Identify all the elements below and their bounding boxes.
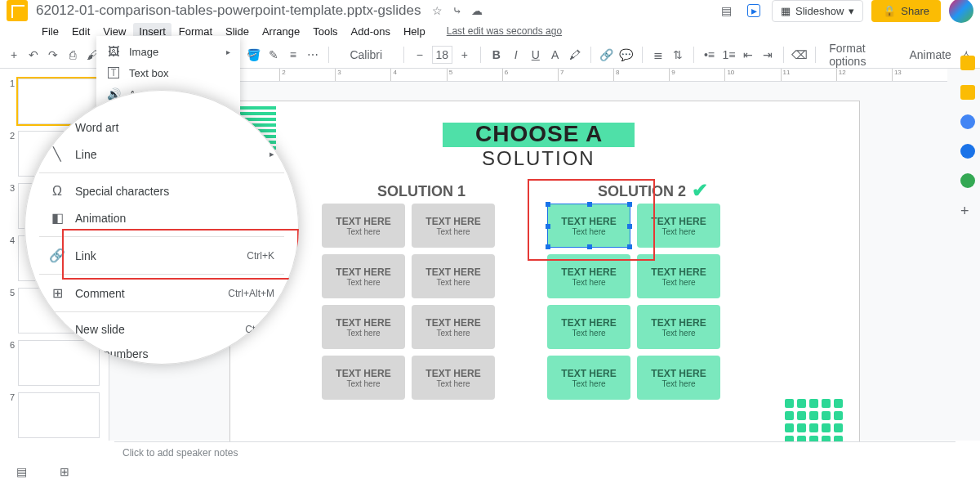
format-options-button[interactable]: Format options bbox=[824, 46, 902, 64]
thumb-num: 6 bbox=[5, 340, 15, 350]
slides-logo[interactable] bbox=[7, 0, 28, 21]
move-icon[interactable]: ⤷ bbox=[451, 4, 464, 17]
tutorial-highlight-link bbox=[62, 229, 299, 280]
menu-help[interactable]: Help bbox=[398, 23, 431, 40]
indent-dec-button[interactable]: ⇤ bbox=[741, 46, 755, 64]
special-chars-icon: Ω bbox=[49, 184, 65, 199]
solution-1-grid: TEXT HEREText here TEXT HEREText here TE… bbox=[322, 204, 495, 400]
card-gray[interactable]: TEXT HEREText here bbox=[412, 356, 495, 400]
contacts-icon[interactable] bbox=[960, 144, 975, 159]
card-gray[interactable]: TEXT HEREText here bbox=[322, 254, 405, 298]
list-bullet-button[interactable]: •≡ bbox=[702, 46, 716, 64]
link-button[interactable]: 🔗 bbox=[599, 46, 614, 64]
menu-tools[interactable]: Tools bbox=[307, 23, 343, 40]
menu-edit[interactable]: Edit bbox=[66, 23, 96, 40]
avatar[interactable] bbox=[949, 0, 973, 23]
maps-icon[interactable] bbox=[960, 173, 975, 188]
card-green[interactable]: TEXT HEREText here bbox=[637, 254, 720, 298]
thumb-num: 4 bbox=[5, 235, 15, 245]
cloud-icon[interactable]: ☁ bbox=[470, 4, 483, 17]
card-green[interactable]: TEXT HEREText here bbox=[547, 254, 630, 298]
grid-view-button[interactable]: ⊞ bbox=[60, 465, 69, 478]
card-gray[interactable]: TEXT HEREText here bbox=[412, 305, 495, 349]
new-slide-button[interactable]: + bbox=[7, 46, 21, 64]
border-weight-button[interactable]: ≡ bbox=[286, 46, 301, 64]
tutorial-magnifier: AWord art ╲Line▸ ΩSpecial characters ◧An… bbox=[24, 90, 299, 365]
font-size-dec[interactable]: − bbox=[412, 46, 427, 64]
card-green[interactable]: TEXT HEREText here bbox=[547, 356, 630, 400]
solution-1-label[interactable]: SOLUTION 1 bbox=[377, 183, 466, 200]
list-number-button[interactable]: 1≡ bbox=[721, 46, 736, 64]
card-gray[interactable]: TEXT HEREText here bbox=[412, 254, 495, 298]
italic-button[interactable]: I bbox=[509, 46, 523, 64]
comments-icon[interactable]: ▤ bbox=[719, 4, 733, 17]
slideshow-button[interactable]: ▦ Slideshow ▾ bbox=[772, 0, 863, 22]
menu-arrange[interactable]: Arrange bbox=[256, 23, 305, 40]
slide-thumb[interactable] bbox=[18, 392, 100, 438]
title-bar: 62012-01-comparison-tables-powerpoint-te… bbox=[0, 0, 980, 21]
menu-item-image[interactable]: 🖼Image▸ bbox=[96, 41, 240, 62]
indent-inc-button[interactable]: ⇥ bbox=[760, 46, 775, 64]
decoration-squares bbox=[785, 399, 843, 445]
line-icon: ╲ bbox=[49, 146, 65, 162]
slide-canvas[interactable]: CHOOSE A SOLUTION SOLUTION 1 SOLUTION 2 … bbox=[230, 101, 859, 461]
keep-icon[interactable] bbox=[960, 56, 975, 70]
card-green[interactable]: TEXT HEREText here bbox=[637, 356, 720, 400]
fill-color-button[interactable]: 🪣 bbox=[247, 46, 261, 64]
align-button[interactable]: ≣ bbox=[651, 46, 666, 64]
checkmark-icon[interactable]: ✔ bbox=[692, 179, 708, 202]
card-gray[interactable]: TEXT HEREText here bbox=[322, 356, 405, 400]
border-dash-button[interactable]: ⋯ bbox=[305, 46, 320, 64]
highlight-button[interactable]: 🖍 bbox=[568, 46, 582, 64]
thumb-num: 5 bbox=[5, 288, 15, 298]
redo-button[interactable]: ↷ bbox=[46, 46, 60, 64]
clear-format-button[interactable]: ⌫ bbox=[792, 46, 807, 64]
comment-button[interactable]: 💬 bbox=[619, 46, 634, 64]
present-icon[interactable]: ▸ bbox=[747, 4, 760, 17]
card-gray[interactable]: TEXT HEREText here bbox=[322, 204, 405, 248]
thumb-num: 1 bbox=[5, 78, 15, 88]
text-color-button[interactable]: A bbox=[548, 46, 563, 64]
slide-thumb[interactable] bbox=[18, 340, 100, 386]
font-size-input[interactable]: 18 bbox=[432, 46, 452, 64]
menu-file[interactable]: File bbox=[36, 23, 65, 40]
add-icon[interactable]: + bbox=[960, 203, 975, 217]
menu-item-textbox[interactable]: 🅃Text box bbox=[96, 62, 240, 83]
underline-button[interactable]: U bbox=[528, 46, 543, 64]
card-gray[interactable]: TEXT HEREText here bbox=[412, 204, 495, 248]
ruler-horizontal: 12345678910111213 bbox=[224, 69, 947, 82]
tasks-icon[interactable] bbox=[960, 114, 975, 129]
document-title[interactable]: 62012-01-comparison-tables-powerpoint-te… bbox=[36, 2, 421, 19]
line-spacing-button[interactable]: ⇅ bbox=[670, 46, 685, 64]
zoom-menu-item-line[interactable]: ╲Line▸ bbox=[39, 141, 284, 168]
slide-title[interactable]: CHOOSE A bbox=[475, 121, 603, 147]
filmstrip-view-button[interactable]: ▤ bbox=[16, 465, 27, 478]
card-gray[interactable]: TEXT HEREText here bbox=[322, 305, 405, 349]
bottom-bar: ▤ ⊞ bbox=[0, 464, 980, 479]
card-green[interactable]: TEXT HEREText here bbox=[637, 305, 720, 349]
share-button[interactable]: 🔒 Share bbox=[871, 0, 941, 22]
bold-button[interactable]: B bbox=[489, 46, 504, 64]
slide-subtitle[interactable]: SOLUTION bbox=[482, 147, 595, 170]
undo-button[interactable]: ↶ bbox=[26, 46, 41, 64]
star-icon[interactable]: ☆ bbox=[431, 4, 444, 17]
zoom-menu-item-animation[interactable]: ◧Animation bbox=[39, 204, 284, 231]
zoom-menu-item-special[interactable]: ΩSpecial characters bbox=[39, 178, 284, 204]
card-green[interactable]: TEXT HEREText here bbox=[547, 305, 630, 349]
font-select[interactable]: Calibri bbox=[337, 46, 395, 64]
image-icon: 🖼 bbox=[106, 45, 121, 58]
speaker-notes-placeholder: Click to add speaker notes bbox=[122, 447, 238, 459]
border-color-button[interactable]: ✎ bbox=[266, 46, 281, 64]
font-size-inc[interactable]: + bbox=[457, 46, 472, 64]
animate-button[interactable]: Animate bbox=[906, 46, 954, 64]
zoom-menu-item-comment[interactable]: ⊞CommentCtrl+Alt+M bbox=[39, 280, 284, 307]
print-button[interactable]: ⎙ bbox=[65, 46, 80, 64]
last-edit-link[interactable]: Last edit was seconds ago bbox=[441, 23, 568, 39]
speaker-notes[interactable]: Click to add speaker notes bbox=[114, 441, 956, 464]
side-panel: + bbox=[956, 49, 980, 217]
menu-addons[interactable]: Add-ons bbox=[345, 23, 396, 40]
textbox-icon: 🅃 bbox=[106, 66, 121, 79]
thumb-num: 7 bbox=[5, 392, 15, 402]
keep-icon-2[interactable] bbox=[960, 85, 975, 100]
thumb-num: 2 bbox=[5, 131, 15, 141]
